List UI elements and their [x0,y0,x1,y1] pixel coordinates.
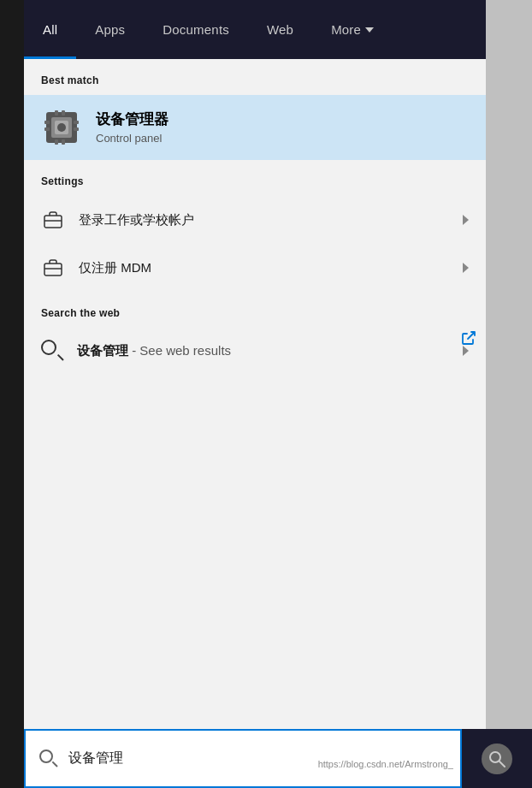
search-panel: All Apps Documents Web More Best match [24,0,486,788]
best-match-text: 设备管理器 Control panel [96,110,168,144]
svg-point-11 [57,123,66,132]
web-search-text: 设备管理 - See web results [77,343,454,359]
settings-icon-1 [41,256,65,280]
settings-item-text-1: 仅注册 MDM [79,260,454,276]
svg-rect-5 [74,127,79,131]
search-bar-icon [39,749,58,768]
tab-web[interactable]: Web [248,0,312,59]
svg-rect-2 [44,121,50,124]
search-actions-area [462,729,532,788]
search-web-label: Search the web [24,292,486,328]
left-edge [0,0,24,788]
tab-documents[interactable]: Documents [144,0,248,59]
svg-rect-3 [44,127,50,131]
web-search-item[interactable]: 设备管理 - See web results [24,328,486,374]
device-manager-icon [41,107,82,148]
cortana-search-button[interactable] [482,744,512,774]
settings-item-0[interactable]: 登录工作或学校帐户 [24,196,486,244]
svg-rect-7 [62,110,65,116]
tab-bar: All Apps Documents Web More [24,0,486,59]
external-link-icon[interactable] [460,329,477,351]
settings-label: Settings [24,160,486,196]
best-match-label: Best match [24,59,486,95]
web-search-icon [41,340,63,362]
tab-apps[interactable]: Apps [76,0,144,59]
best-match-title: 设备管理器 [96,110,168,129]
url-hint: https://blog.csdn.net/Armstrong_ [318,759,453,769]
svg-point-16 [490,752,500,762]
settings-item-1[interactable]: 仅注册 MDM [24,244,486,292]
best-match-item[interactable]: 设备管理器 Control panel [24,95,486,160]
tab-all[interactable]: All [24,0,76,59]
tab-more[interactable]: More [312,0,393,59]
svg-rect-6 [55,110,58,116]
settings-item-text-0: 登录工作或学校帐户 [79,212,454,228]
svg-rect-14 [44,264,62,276]
settings-icon-0 [41,208,65,232]
chevron-right-icon-1 [463,263,469,273]
best-match-subtitle: Control panel [96,132,168,145]
svg-line-17 [499,761,505,767]
search-results-content: Best match [24,59,486,788]
chevron-down-icon [365,27,374,33]
svg-rect-12 [44,216,62,228]
svg-rect-4 [74,121,79,124]
svg-rect-9 [62,139,65,145]
chevron-right-icon-0 [463,215,469,225]
svg-rect-8 [55,139,58,145]
